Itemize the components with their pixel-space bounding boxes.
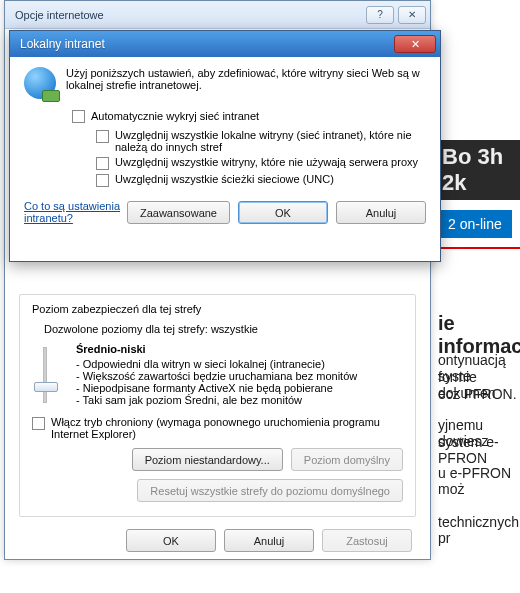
auto-detect-checkbox[interactable] <box>72 110 85 123</box>
level-point: - Taki sam jak poziom Średni, ale bez mo… <box>76 394 357 406</box>
include-unc-paths-label: Uwzględnij wszystkie ścieżki sieciowe (U… <box>115 173 334 185</box>
apply-button: Zastosuj <box>322 529 412 552</box>
divider <box>438 247 520 249</box>
bg-text: technicznych pr <box>438 514 520 546</box>
include-unc-paths-checkbox[interactable] <box>96 174 109 187</box>
titlebar[interactable]: Lokalny intranet ✕ <box>10 31 440 57</box>
include-local-sites-checkbox[interactable] <box>96 130 109 143</box>
auto-detect-label: Automatycznie wykryj sieć intranet <box>91 110 259 122</box>
security-level-slider[interactable] <box>32 343 58 403</box>
online-badge: 2 on-line <box>438 210 512 238</box>
slider-track <box>43 347 47 403</box>
level-point: - Odpowiedni dla witryn w sieci lokalnej… <box>76 358 357 370</box>
intranet-help-link[interactable]: Co to są ustawienia intranetu? <box>24 200 127 224</box>
intro-text: Użyj poniższych ustawień, aby zdefiniowa… <box>66 67 426 91</box>
ok-button[interactable]: OK <box>238 201 328 224</box>
include-noproxy-sites-label: Uwzględnij wszystkie witryny, które nie … <box>115 156 418 168</box>
group-legend: Poziom zabezpieczeń dla tej strefy <box>32 303 403 315</box>
ok-button[interactable]: OK <box>126 529 216 552</box>
bg-text: system e-PFRON <box>438 434 520 466</box>
titlebar[interactable]: Opcje internetowe ? ✕ <box>5 1 430 29</box>
level-description: Średnio-niski - Odpowiedni dla witryn w … <box>76 343 357 406</box>
local-intranet-dialog: Lokalny intranet ✕ Użyj poniższych ustaw… <box>9 30 441 262</box>
close-icon: ✕ <box>411 38 420 51</box>
close-button[interactable]: ✕ <box>398 6 426 24</box>
protected-mode-checkbox[interactable] <box>32 417 45 430</box>
slider-thumb[interactable] <box>34 382 58 392</box>
reset-zones-button: Resetuj wszystkie strefy do poziomu domy… <box>137 479 403 502</box>
security-level-group: Poziom zabezpieczeń dla tej strefy Dozwo… <box>19 294 416 517</box>
close-icon: ✕ <box>408 9 416 20</box>
advanced-button[interactable]: Zaawansowane <box>127 201 230 224</box>
window-title: Lokalny intranet <box>20 37 394 51</box>
include-local-sites-label: Uwzględnij wszystkie lokalne witryny (si… <box>115 129 426 153</box>
default-level-button: Poziom domyślny <box>291 448 403 471</box>
background-image-block: Bo 3h 2k <box>438 140 520 200</box>
level-name: Średnio-niski <box>76 343 357 355</box>
bg-text: u e-PFRON moż <box>438 465 520 497</box>
protected-mode-label: Włącz tryb chroniony (wymaga ponownego u… <box>51 416 403 440</box>
cancel-button[interactable]: Anuluj <box>336 201 426 224</box>
globe-icon <box>24 67 56 99</box>
window-title: Opcje internetowe <box>15 9 362 21</box>
custom-level-button[interactable]: Poziom niestandardowy... <box>132 448 283 471</box>
bg-text: ecz PFRON. <box>438 386 517 402</box>
level-point: - Niepodpisane formanty ActiveX nie będą… <box>76 382 357 394</box>
help-icon: ? <box>377 9 383 20</box>
cancel-button[interactable]: Anuluj <box>224 529 314 552</box>
allowed-levels-label: Dozwolone poziomy dla tej strefy: wszyst… <box>44 323 403 335</box>
close-button[interactable]: ✕ <box>394 35 436 53</box>
help-button[interactable]: ? <box>366 6 394 24</box>
level-point: - Większość zawartości będzie uruchamian… <box>76 370 357 382</box>
include-noproxy-sites-checkbox[interactable] <box>96 157 109 170</box>
